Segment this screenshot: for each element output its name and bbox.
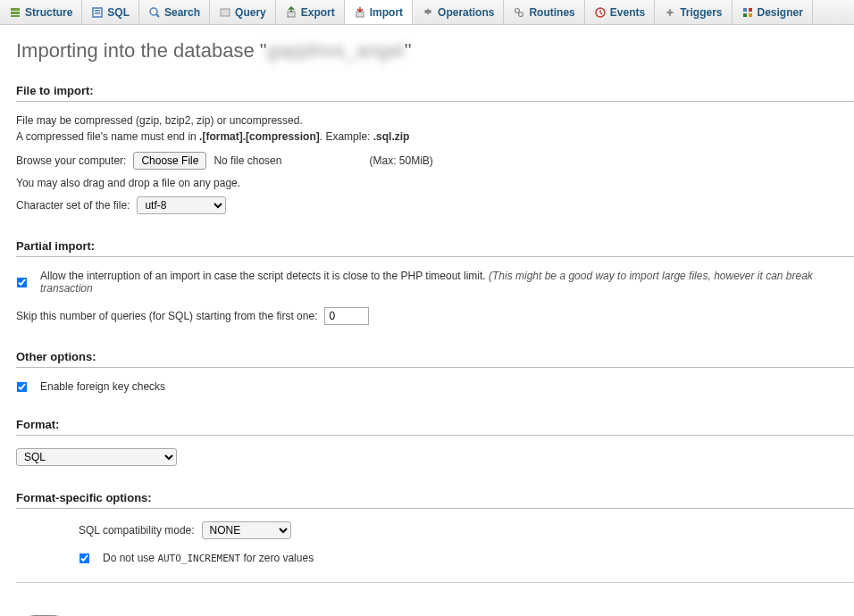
section-other-body: Enable foreign key checks <box>16 380 854 393</box>
tab-import[interactable]: Import <box>345 0 413 24</box>
triggers-icon <box>664 6 676 19</box>
tab-label: Operations <box>438 6 494 19</box>
svg-rect-17 <box>743 13 747 17</box>
tab-search[interactable]: Search <box>139 0 210 24</box>
sql-icon <box>91 6 104 19</box>
max-size-label: (Max: 50MiB) <box>369 154 432 167</box>
section-partial-title: Partial import: <box>16 239 854 257</box>
auto-inc-label: Do not use AUTO_INCREMENT for zero value… <box>103 552 314 564</box>
svg-point-11 <box>515 8 520 12</box>
section-other-title: Other options: <box>16 350 854 368</box>
tabs-bar: Structure SQL Search Query Export Import… <box>0 0 854 25</box>
main-content: Importing into the database "gapjdnvs_an… <box>0 25 854 616</box>
designer-icon <box>741 6 754 19</box>
allow-interrupt-label: Allow the interruption of an import in c… <box>40 270 854 295</box>
search-icon <box>148 6 161 19</box>
query-icon <box>219 6 231 19</box>
section-format-title: Format: <box>16 418 854 436</box>
tab-label: Query <box>235 6 266 19</box>
allow-interrupt-row: Allow the interruption of an import in c… <box>16 270 854 295</box>
tab-label: Search <box>164 6 200 19</box>
divider <box>16 582 854 583</box>
section-file-body: File may be compressed (gzip, bzip2, zip… <box>16 114 854 214</box>
tab-routines[interactable]: Routines <box>504 0 584 24</box>
svg-rect-0 <box>11 8 20 11</box>
export-icon <box>285 6 297 19</box>
tab-designer[interactable]: Designer <box>733 0 813 24</box>
skip-queries-label: Skip this number of queries (for SQL) st… <box>16 310 317 322</box>
tab-label: Export <box>301 6 335 19</box>
tab-label: Import <box>370 6 403 19</box>
charset-select[interactable]: utf-8 <box>137 196 226 214</box>
browse-row: Browse your computer: Choose File No fil… <box>16 152 854 170</box>
page-title: Importing into the database "gapjdnvs_an… <box>16 39 854 62</box>
svg-rect-18 <box>749 13 752 17</box>
skip-queries-input[interactable] <box>324 307 369 325</box>
format-row: SQL <box>16 448 854 466</box>
tab-operations[interactable]: Operations <box>413 0 504 24</box>
tab-label: Events <box>610 6 645 19</box>
section-file-title: File to import: <box>16 84 854 102</box>
skip-queries-row: Skip this number of queries (for SQL) st… <box>16 307 854 325</box>
auto-inc-row: Do not use AUTO_INCREMENT for zero value… <box>79 552 854 564</box>
svg-point-12 <box>519 12 523 16</box>
svg-rect-1 <box>11 12 20 14</box>
svg-rect-5 <box>95 12 100 14</box>
routines-icon <box>513 6 525 19</box>
section-format-specific-body: SQL compatibility mode: NONE Do not use … <box>16 521 854 564</box>
choose-file-button[interactable]: Choose File <box>133 152 206 170</box>
tab-sql[interactable]: SQL <box>82 0 139 24</box>
charset-label: Character set of the file: <box>16 199 130 212</box>
charset-row: Character set of the file: utf-8 <box>16 196 854 214</box>
section-partial-body: Allow the interruption of an import in c… <box>16 270 854 325</box>
tab-label: Triggers <box>680 6 722 19</box>
tab-events[interactable]: Events <box>585 0 655 24</box>
svg-point-14 <box>668 11 672 14</box>
heading-suffix: " <box>405 39 412 62</box>
fk-row: Enable foreign key checks <box>16 380 854 393</box>
tab-query[interactable]: Query <box>210 0 276 24</box>
svg-rect-2 <box>11 15 20 17</box>
svg-point-6 <box>150 8 157 15</box>
db-name: gapjdnvs_angel <box>267 39 405 62</box>
file-name-format-note: A compressed file's name must end in .[f… <box>16 130 854 143</box>
heading-prefix: Importing into the database " <box>16 39 267 62</box>
compat-select[interactable]: NONE <box>202 521 291 539</box>
tab-export[interactable]: Export <box>276 0 345 24</box>
events-icon <box>594 6 607 19</box>
compat-row: SQL compatibility mode: NONE <box>79 521 854 539</box>
allow-interrupt-checkbox[interactable] <box>17 277 28 287</box>
fk-checkbox[interactable] <box>17 381 28 392</box>
no-file-chosen: No file chosen <box>214 154 281 167</box>
fk-label: Enable foreign key checks <box>40 380 165 393</box>
file-compressed-note: File may be compressed (gzip, bzip2, zip… <box>16 114 854 127</box>
section-format-specific-title: Format-specific options: <box>16 491 854 509</box>
structure-icon <box>9 6 21 19</box>
svg-rect-4 <box>95 10 100 12</box>
svg-rect-8 <box>221 9 230 16</box>
tab-label: Routines <box>529 6 574 19</box>
tab-label: SQL <box>107 6 130 19</box>
tab-label: Designer <box>758 6 803 19</box>
svg-line-7 <box>156 14 159 17</box>
operations-icon <box>422 6 434 19</box>
svg-rect-16 <box>749 8 752 12</box>
auto-inc-checkbox[interactable] <box>80 553 90 563</box>
format-select[interactable]: SQL <box>16 448 177 466</box>
svg-rect-15 <box>743 8 747 12</box>
browse-label: Browse your computer: <box>16 154 126 167</box>
section-format-body: SQL <box>16 448 854 466</box>
tab-triggers[interactable]: Triggers <box>655 0 732 24</box>
import-icon <box>354 6 366 19</box>
drag-drop-note: You may also drag and drop a file on any… <box>16 177 854 189</box>
compat-label: SQL compatibility mode: <box>79 524 195 537</box>
tab-structure[interactable]: Structure <box>0 0 82 24</box>
tab-label: Structure <box>25 6 72 19</box>
